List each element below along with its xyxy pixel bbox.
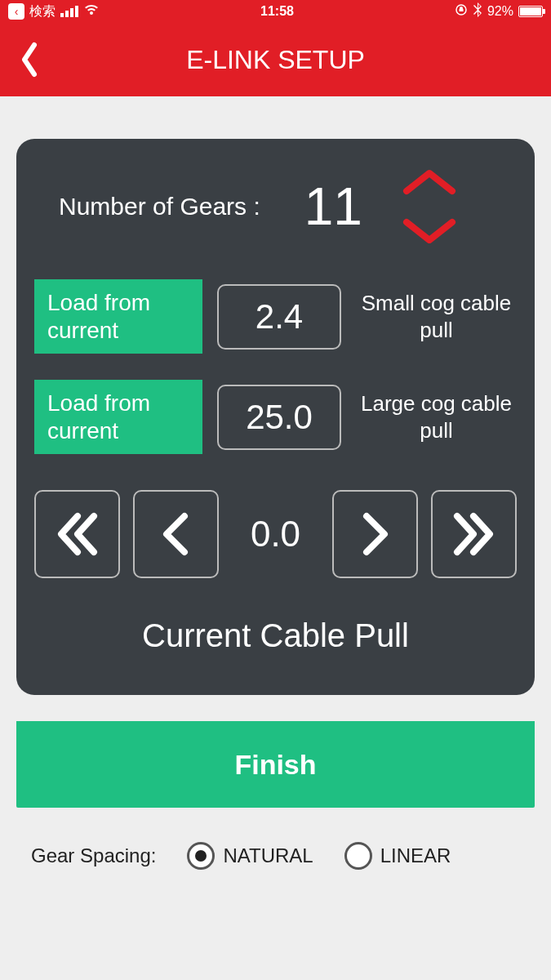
orientation-lock-icon bbox=[455, 3, 468, 20]
radio-unselected-icon bbox=[344, 842, 372, 870]
gear-spacing-label: Gear Spacing: bbox=[31, 844, 156, 867]
gears-increase[interactable] bbox=[402, 168, 457, 196]
battery-percent: 92% bbox=[487, 4, 513, 19]
decrease-button[interactable] bbox=[133, 490, 219, 578]
large-cog-value[interactable]: 25.0 bbox=[217, 385, 341, 450]
increase-button[interactable] bbox=[332, 490, 418, 578]
load-small-button[interactable]: Load from current bbox=[34, 279, 202, 354]
gears-label: Number of Gears : bbox=[59, 193, 260, 220]
fast-increase-button[interactable] bbox=[431, 490, 517, 578]
small-cog-label: Small cog cable pull bbox=[356, 290, 517, 343]
status-time: 11:58 bbox=[260, 4, 294, 19]
wifi-icon bbox=[83, 3, 100, 20]
radio-selected-icon bbox=[187, 842, 215, 870]
battery-icon bbox=[518, 6, 543, 17]
fast-decrease-button[interactable] bbox=[34, 490, 120, 578]
small-cog-value[interactable]: 2.4 bbox=[217, 284, 341, 350]
status-search-text: 検索 bbox=[29, 3, 56, 20]
signal-icon bbox=[60, 6, 78, 17]
spacing-linear-radio[interactable]: LINEAR bbox=[344, 842, 451, 870]
back-app-icon: ‹ bbox=[8, 3, 24, 20]
spacing-natural-label: NATURAL bbox=[223, 844, 313, 867]
bluetooth-icon bbox=[473, 2, 482, 20]
app-header: E-LINK SETUP bbox=[0, 23, 551, 96]
finish-button[interactable]: Finish bbox=[16, 721, 535, 808]
gears-decrease[interactable] bbox=[402, 217, 457, 245]
setup-panel: Number of Gears : 11 Load from current 2… bbox=[16, 139, 535, 695]
spacing-linear-label: LINEAR bbox=[380, 844, 451, 867]
current-cable-value: 0.0 bbox=[232, 514, 319, 555]
gears-value: 11 bbox=[304, 176, 362, 237]
large-cog-label: Large cog cable pull bbox=[356, 390, 517, 443]
load-large-button[interactable]: Load from current bbox=[34, 380, 202, 454]
page-title: E-LINK SETUP bbox=[186, 45, 365, 75]
current-cable-label: Current Cable Pull bbox=[34, 617, 517, 654]
spacing-natural-radio[interactable]: NATURAL bbox=[187, 842, 313, 870]
back-button[interactable] bbox=[18, 42, 41, 78]
status-bar: ‹ 検索 11:58 92% bbox=[0, 0, 551, 23]
